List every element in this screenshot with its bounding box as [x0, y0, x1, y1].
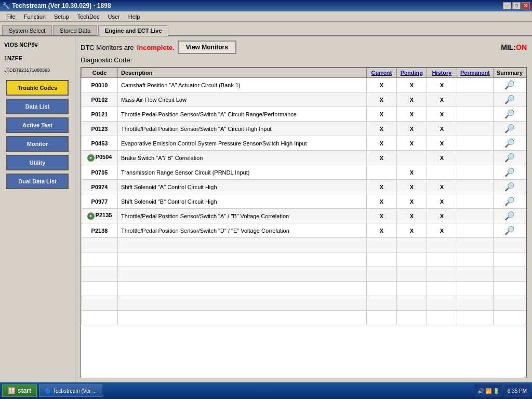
- dtc-summary[interactable]: 🔍: [493, 151, 526, 165]
- dtc-permanent: [457, 194, 493, 209]
- tab-engine-ect[interactable]: Engine and ECT Live: [98, 25, 168, 36]
- col-header-current[interactable]: Current: [366, 68, 396, 78]
- tab-stored-data[interactable]: Stored Data: [53, 25, 97, 35]
- dtc-permanent: [457, 107, 493, 122]
- tab-bar: System Select Stored Data Engine and ECT…: [0, 22, 532, 36]
- search-icon[interactable]: 🔍: [504, 138, 515, 148]
- dtc-description: Shift Solenoid "A" Control Circuit High: [118, 180, 367, 194]
- menu-techdoc[interactable]: TechDoc: [73, 12, 104, 21]
- system-tray: 🔊 📶 🔋: [474, 384, 502, 397]
- dtc-current: X: [366, 107, 396, 122]
- dtc-pending: X: [396, 92, 427, 107]
- table-row: P2138Throttle/Pedal Position Sensor/Swit…: [82, 223, 526, 238]
- dtc-code: P0123: [82, 122, 118, 136]
- col-header-code: Code: [82, 68, 118, 78]
- dtc-pending: X: [396, 209, 427, 223]
- search-icon[interactable]: 🔍: [504, 211, 515, 221]
- dtc-permanent: [457, 180, 493, 194]
- dtc-summary[interactable]: 🔍: [493, 92, 526, 107]
- nav-monitor[interactable]: Monitor: [6, 136, 69, 152]
- dtc-code: P0010: [82, 78, 118, 92]
- dtc-pending: X: [396, 194, 427, 209]
- nav-active-test[interactable]: Active Test: [6, 117, 69, 133]
- search-icon[interactable]: 🔍: [504, 167, 515, 177]
- nav-trouble-codes[interactable]: Trouble Codes: [6, 80, 69, 96]
- dtc-summary[interactable]: 🔍: [493, 136, 526, 151]
- sidebar: VIOS NCP9# 1NZFE JTDBT923171088363 Troub…: [0, 36, 75, 382]
- dtc-status: Incomplete.: [137, 44, 175, 51]
- search-icon[interactable]: 🔍: [504, 109, 515, 119]
- dtc-history: X: [427, 107, 457, 122]
- dtc-description: Shift Solenoid "B" Control Circuit High: [118, 194, 367, 209]
- dtc-permanent: [457, 165, 493, 180]
- dtc-summary[interactable]: 🔍: [493, 194, 526, 209]
- search-icon[interactable]: 🔍: [504, 80, 515, 90]
- nav-utility[interactable]: Utility: [6, 155, 69, 170]
- search-icon[interactable]: 🔍: [504, 95, 515, 104]
- table-row: ●P0504Brake Switch "A"/"B" CorrelationXX…: [82, 151, 526, 165]
- title-bar-left: 🔧 Techstream (Ver 10.30.029) - 1898: [2, 2, 111, 9]
- menu-function[interactable]: Function: [20, 12, 50, 21]
- title-bar-controls: — □ ✕: [503, 2, 530, 9]
- taskbar-item-label: Techstream (Ver ...: [53, 388, 97, 394]
- search-icon[interactable]: 🔍: [504, 225, 515, 235]
- dtc-current: X: [366, 92, 396, 107]
- dtc-summary[interactable]: 🔍: [493, 165, 526, 180]
- dtc-summary[interactable]: 🔍: [493, 122, 526, 136]
- dtc-current: X: [366, 122, 396, 136]
- dtc-pending: [396, 151, 427, 165]
- dtc-pending: X: [396, 180, 427, 194]
- menu-user[interactable]: User: [103, 12, 124, 21]
- dtc-permanent: [457, 136, 493, 151]
- minimize-button[interactable]: —: [503, 2, 511, 9]
- dtc-history: X: [427, 136, 457, 151]
- table-row: ●P2135Throttle/Pedal Position Sensor/Swi…: [82, 209, 526, 223]
- dtc-permanent: [457, 223, 493, 238]
- dtc-pending: X: [396, 78, 427, 92]
- dtc-permanent: [457, 78, 493, 92]
- search-icon[interactable]: 🔍: [504, 124, 515, 134]
- dtc-current: X: [366, 78, 396, 92]
- menu-file[interactable]: File: [2, 12, 20, 21]
- dtc-permanent: [457, 151, 493, 165]
- tab-system-select[interactable]: System Select: [2, 25, 52, 35]
- table-row-empty: [82, 282, 526, 296]
- dtc-description: Camshaft Position "A" Actuator Circuit (…: [118, 78, 367, 92]
- nav-dual-data-list[interactable]: Dual Data List: [6, 174, 69, 189]
- dtc-table-wrapper[interactable]: Code Description Current Pending History…: [81, 67, 527, 378]
- view-monitors-button[interactable]: View Monitors: [178, 41, 236, 54]
- maximize-button[interactable]: □: [512, 2, 521, 9]
- col-header-pending[interactable]: Pending: [396, 68, 427, 78]
- dtc-description: Throttle/Pedal Position Sensor/Switch "A…: [118, 209, 367, 223]
- dtc-history: X: [427, 122, 457, 136]
- menu-setup[interactable]: Setup: [50, 12, 73, 21]
- dtc-description: Brake Switch "A"/"B" Correlation: [118, 151, 367, 165]
- start-label: start: [18, 387, 31, 394]
- col-header-history[interactable]: History: [427, 68, 457, 78]
- col-header-description: Description: [118, 68, 367, 78]
- search-icon[interactable]: 🔍: [504, 153, 515, 163]
- dtc-summary[interactable]: 🔍: [493, 180, 526, 194]
- close-window-button[interactable]: ✕: [522, 2, 530, 9]
- dtc-code: ●P2135: [82, 209, 118, 223]
- start-button[interactable]: 🪟 start: [2, 384, 37, 397]
- dtc-summary[interactable]: 🔍: [493, 209, 526, 223]
- search-icon[interactable]: 🔍: [504, 182, 515, 192]
- col-header-permanent[interactable]: Permanent: [457, 68, 493, 78]
- table-row: P0453Evaporative Emission Control System…: [82, 136, 526, 151]
- dtc-pending: X: [396, 165, 427, 180]
- dtc-summary[interactable]: 🔍: [493, 223, 526, 238]
- dtc-label: DTC Monitors are: [81, 44, 134, 51]
- dtc-summary[interactable]: 🔍: [493, 78, 526, 92]
- search-icon[interactable]: 🔍: [504, 196, 515, 206]
- warning-icon: ●: [87, 154, 95, 162]
- taskbar-techstream[interactable]: 🔵 Techstream (Ver ...: [39, 384, 102, 397]
- vehicle-model: VIOS NCP9#: [4, 41, 71, 49]
- dtc-current: X: [366, 209, 396, 223]
- nav-data-list[interactable]: Data List: [6, 99, 69, 114]
- menu-help[interactable]: Help: [124, 12, 144, 21]
- table-row: P0010Camshaft Position "A" Actuator Circ…: [82, 78, 526, 92]
- dtc-summary[interactable]: 🔍: [493, 107, 526, 122]
- title-bar: 🔧 Techstream (Ver 10.30.029) - 1898 — □ …: [0, 0, 532, 11]
- app-title: Techstream (Ver 10.30.029) - 1898: [12, 2, 111, 9]
